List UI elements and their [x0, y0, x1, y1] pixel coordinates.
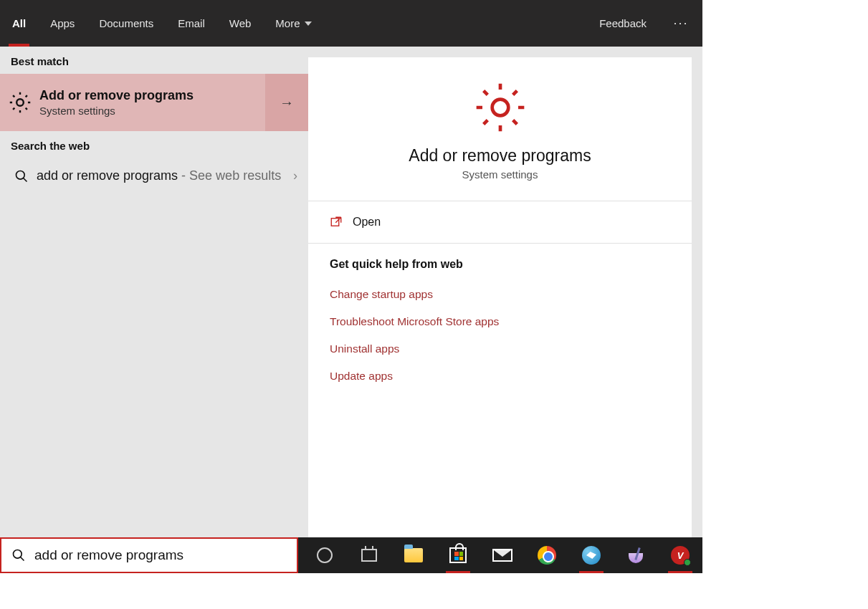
result-detail-card: Add or remove programs System settings O…: [308, 57, 692, 573]
help-link-troubleshoot-store[interactable]: Troubleshoot Microsoft Store apps: [330, 308, 670, 335]
result-detail: Add or remove programs System settings O…: [308, 47, 702, 573]
best-match-subtitle: System settings: [39, 105, 265, 117]
tab-apps[interactable]: Apps: [38, 0, 87, 47]
tab-more[interactable]: More: [263, 0, 323, 47]
open-icon: [330, 216, 348, 229]
search-icon: [11, 548, 26, 562]
tab-all[interactable]: All: [0, 0, 38, 47]
expressvpn-icon: V: [671, 546, 690, 565]
web-result-expand-button[interactable]: ›: [287, 168, 297, 183]
tab-web-label: Web: [229, 17, 252, 29]
detail-title: Add or remove programs: [323, 146, 677, 166]
chevron-down-icon: [305, 21, 312, 26]
detail-hero: Add or remove programs System settings: [308, 57, 692, 201]
search-results: Best match Add or remove programs System…: [0, 47, 308, 573]
paint-icon: [626, 547, 645, 563]
svg-point-2: [492, 100, 508, 116]
tab-documents-label: Documents: [99, 17, 153, 29]
tab-web[interactable]: Web: [217, 0, 264, 47]
feedback-button[interactable]: Feedback: [586, 17, 659, 29]
tab-apps-label: Apps: [50, 17, 75, 29]
best-match-title: Add or remove programs: [39, 88, 265, 103]
ellipsis-icon: ···: [673, 16, 688, 30]
svg-point-0: [16, 99, 24, 106]
chrome-button[interactable]: [525, 537, 569, 573]
best-match-heading: Best match: [0, 47, 308, 74]
best-match-result[interactable]: Add or remove programs System settings →: [0, 74, 308, 131]
svg-rect-3: [331, 219, 339, 226]
cortana-icon: [317, 547, 333, 563]
openoffice-button[interactable]: [569, 537, 614, 573]
web-result-text: add or remove programs - See web results: [32, 167, 287, 185]
taskbar-search[interactable]: [0, 537, 298, 573]
file-explorer-icon: [404, 548, 423, 562]
expressvpn-button[interactable]: V: [658, 537, 702, 573]
task-view-button[interactable]: [347, 537, 391, 573]
help-link-uninstall-apps[interactable]: Uninstall apps: [330, 335, 670, 363]
search-web-heading: Search the web: [0, 131, 308, 158]
task-view-icon: [361, 549, 377, 562]
help-link-update-apps[interactable]: Update apps: [330, 363, 670, 390]
microsoft-store-icon: [449, 547, 467, 563]
tab-email-label: Email: [178, 17, 205, 29]
tab-all-label: All: [12, 17, 26, 29]
help-link-startup-apps[interactable]: Change startup apps: [330, 281, 670, 308]
search-icon: [11, 169, 32, 183]
paint-button[interactable]: [614, 537, 658, 573]
search-topbar: All Apps Documents Email Web More Feedba…: [0, 0, 702, 47]
more-options-button[interactable]: ···: [659, 16, 702, 31]
search-panel: All Apps Documents Email Web More Feedba…: [0, 0, 702, 573]
web-search-result[interactable]: add or remove programs - See web results…: [0, 158, 308, 193]
gear-icon: [0, 90, 39, 115]
web-result-suffix: - See web results: [178, 168, 281, 183]
quick-help-section: Get quick help from web Change startup a…: [308, 244, 692, 404]
taskbar: V: [0, 537, 702, 573]
tab-email[interactable]: Email: [166, 0, 217, 47]
chevron-right-icon: ›: [293, 168, 297, 183]
mail-icon: [492, 549, 512, 562]
tab-more-label: More: [275, 17, 300, 29]
tab-documents[interactable]: Documents: [87, 0, 166, 47]
quick-help-heading: Get quick help from web: [330, 258, 670, 271]
arrow-right-icon: →: [280, 95, 294, 111]
taskbar-icons: V: [298, 537, 702, 573]
gear-icon: [472, 79, 529, 136]
microsoft-store-button[interactable]: [436, 537, 480, 573]
svg-point-1: [16, 171, 25, 179]
open-action[interactable]: Open: [308, 201, 692, 244]
taskbar-search-input[interactable]: [34, 547, 291, 563]
search-body: Best match Add or remove programs System…: [0, 47, 702, 573]
feedback-label: Feedback: [599, 17, 647, 29]
file-explorer-button[interactable]: [391, 537, 436, 573]
detail-subtitle: System settings: [323, 168, 677, 181]
best-match-expand-button[interactable]: →: [265, 74, 308, 131]
search-scope-tabs: All Apps Documents Email Web More: [0, 0, 324, 47]
best-match-text: Add or remove programs System settings: [39, 88, 265, 117]
web-result-query: add or remove programs: [37, 168, 178, 183]
svg-point-4: [14, 550, 22, 559]
mail-button[interactable]: [480, 537, 525, 573]
chrome-icon: [538, 546, 556, 565]
cortana-button[interactable]: [302, 537, 347, 573]
open-label: Open: [353, 216, 381, 229]
openoffice-icon: [582, 546, 601, 565]
